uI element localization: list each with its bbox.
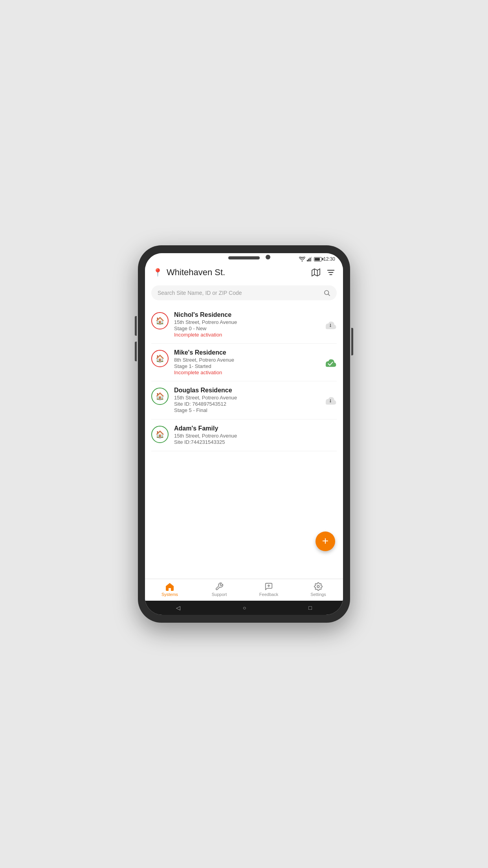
sites-list: 🏠 Nichol's Residence 15th Street, Potrer… — [145, 306, 343, 579]
svg-rect-3 — [311, 257, 312, 261]
battery-icon — [314, 257, 322, 261]
house-icon: 🏠 — [156, 392, 164, 401]
app-header: 📍 Whitehaven St. — [145, 263, 343, 282]
list-item[interactable]: 🏠 Adam's Family 15th Street, Potrero Ave… — [151, 419, 337, 451]
svg-rect-9 — [329, 274, 332, 275]
home-button[interactable]: ○ — [243, 605, 246, 611]
site-address: 15th Street, Potrero Avenue — [174, 395, 320, 401]
feedback-icon — [264, 582, 273, 591]
site-stage: Stage 5 - Final — [174, 407, 320, 413]
bottom-nav: Systems Support Feedback — [145, 579, 343, 601]
site-status: Incomplete activation — [174, 370, 320, 375]
site-address: 15th Street, Potrero Avenue — [174, 433, 333, 439]
list-item[interactable]: 🏠 Mike's Residence 8th Street, Potrero A… — [151, 344, 337, 381]
settings-gear-icon — [314, 582, 323, 591]
svg-point-10 — [325, 291, 329, 295]
site-info: Douglas Residence 15th Street, Potrero A… — [174, 387, 320, 414]
svg-point-14 — [330, 401, 331, 402]
phone-screen: 12:30 📍 Whitehaven St. — [145, 253, 343, 615]
site-action-warning — [324, 319, 337, 330]
site-name: Douglas Residence — [174, 387, 320, 394]
recent-button[interactable]: □ — [308, 605, 312, 611]
nav-label-systems: Systems — [161, 592, 178, 597]
house-icon: 🏠 — [156, 354, 164, 363]
phone-camera — [266, 255, 270, 259]
site-address: 8th Street, Potrero Avenue — [174, 357, 320, 363]
phone-speaker — [228, 256, 260, 259]
site-name: Mike's Residence — [174, 349, 320, 356]
svg-point-18 — [317, 585, 319, 588]
nav-item-systems[interactable]: Systems — [145, 582, 194, 597]
list-item[interactable]: 🏠 Nichol's Residence 15th Street, Potrer… — [151, 306, 337, 344]
support-wrench-icon — [215, 582, 224, 591]
map-icon[interactable] — [312, 268, 320, 277]
svg-rect-0 — [307, 260, 308, 261]
house-icon: 🏠 — [156, 316, 164, 325]
site-icon-wrap: 🏠 — [151, 426, 169, 443]
svg-point-12 — [330, 326, 331, 327]
site-name: Adam's Family — [174, 425, 333, 432]
site-id: Site ID: 764897543512 — [174, 401, 320, 407]
search-placeholder: Search Site Name, ID or ZIP Code — [158, 290, 320, 296]
site-id: Site ID:744231543325 — [174, 439, 333, 445]
search-bar[interactable]: Search Site Name, ID or ZIP Code — [151, 285, 337, 300]
plus-icon: + — [322, 535, 328, 546]
site-icon-wrap: 🏠 — [151, 388, 169, 405]
site-stage: Stage 1- Started — [174, 363, 320, 369]
search-container: Search Site Name, ID or ZIP Code — [145, 282, 343, 306]
volume-up-button — [135, 316, 137, 336]
svg-rect-1 — [308, 259, 309, 261]
svg-rect-2 — [310, 258, 311, 262]
systems-home-icon — [165, 582, 174, 591]
site-action-warning — [324, 395, 337, 406]
nav-label-support: Support — [212, 592, 227, 597]
site-info: Adam's Family 15th Street, Potrero Avenu… — [174, 425, 333, 445]
site-status: Incomplete activation — [174, 332, 320, 338]
svg-rect-13 — [330, 324, 331, 326]
location-pin-icon: 📍 — [153, 268, 163, 277]
site-icon-wrap: 🏠 — [151, 350, 169, 367]
svg-line-11 — [328, 294, 330, 296]
svg-rect-15 — [330, 399, 331, 401]
phone-frame: 12:30 📍 Whitehaven St. — [138, 245, 350, 623]
signal-icon — [307, 257, 312, 261]
status-time: 12:30 — [323, 256, 335, 262]
add-site-fab[interactable]: + — [316, 531, 335, 551]
header-title: Whitehaven St. — [167, 267, 312, 278]
header-actions — [312, 268, 335, 277]
svg-marker-4 — [312, 269, 320, 276]
power-button — [351, 328, 353, 355]
nav-item-support[interactable]: Support — [194, 582, 244, 597]
volume-down-button — [135, 342, 137, 361]
wifi-icon — [299, 257, 305, 261]
svg-rect-8 — [328, 272, 334, 273]
svg-rect-7 — [327, 270, 334, 271]
nav-item-feedback[interactable]: Feedback — [244, 582, 294, 597]
site-action-success — [324, 357, 337, 368]
house-icon: 🏠 — [156, 430, 164, 439]
search-icon — [323, 289, 330, 296]
back-button[interactable]: ◁ — [176, 605, 180, 611]
filter-icon[interactable] — [327, 268, 335, 277]
nav-label-settings: Settings — [310, 592, 326, 597]
site-address: 15th Street, Potrero Avenue — [174, 319, 320, 325]
status-icons: 12:30 — [299, 256, 335, 262]
site-info: Nichol's Residence 15th Street, Potrero … — [174, 311, 320, 338]
list-item[interactable]: 🏠 Douglas Residence 15th Street, Potrero… — [151, 381, 337, 419]
site-name: Nichol's Residence — [174, 311, 320, 318]
nav-label-feedback: Feedback — [259, 592, 278, 597]
nav-item-settings[interactable]: Settings — [294, 582, 343, 597]
site-info: Mike's Residence 8th Street, Potrero Ave… — [174, 349, 320, 375]
site-stage: Stage 0 - New — [174, 326, 320, 331]
android-nav-bar: ◁ ○ □ — [145, 601, 343, 615]
site-icon-wrap: 🏠 — [151, 312, 169, 329]
